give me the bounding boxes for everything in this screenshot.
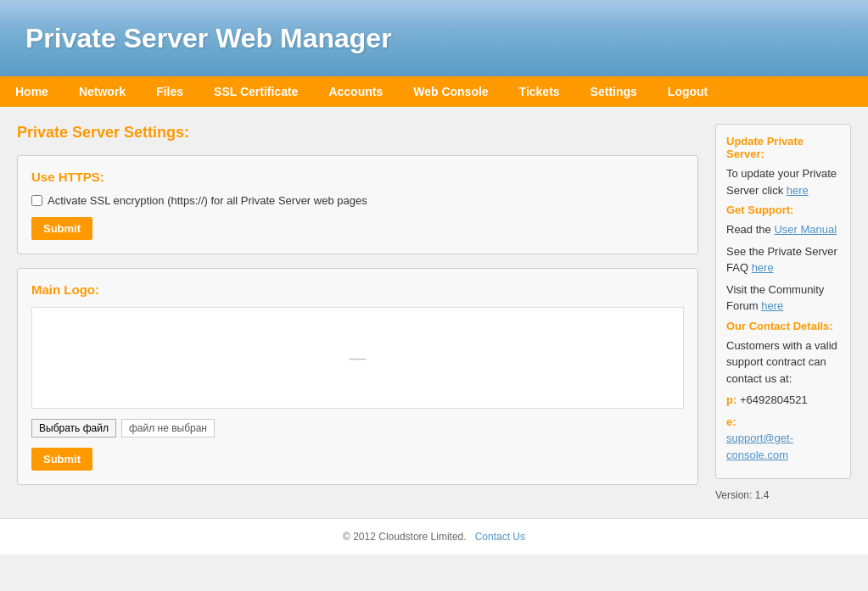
logo-preview: —: [31, 307, 684, 409]
https-section-title: Use HTTPS:: [31, 170, 684, 184]
sidebar-manual-text: Read the User Manual: [726, 221, 840, 238]
sidebar-forum-text: Visit the Community Forum here: [726, 282, 840, 315]
app-title: Private Server Web Manager: [25, 23, 392, 54]
nav-home[interactable]: Home: [0, 76, 64, 107]
footer-contact-link[interactable]: Contact Us: [475, 531, 525, 543]
logo-section: Main Logo: — Выбрать файл файл не выбран…: [17, 268, 698, 485]
nav-network[interactable]: Network: [64, 76, 141, 107]
sidebar-faq-text: See the Private Server FAQ here: [726, 243, 840, 276]
sidebar-phone: p: +6492804521: [726, 392, 840, 409]
file-input-row: Выбрать файл файл не выбран: [31, 419, 684, 438]
nav-logout[interactable]: Logout: [652, 76, 723, 107]
email-label: e:: [726, 415, 736, 428]
page-title: Private Server Settings:: [17, 124, 698, 142]
nav-web-console[interactable]: Web Console: [398, 76, 503, 107]
content-area: Private Server Settings: Use HTTPS: Acti…: [17, 124, 698, 501]
ssl-checkbox-text: Activate SSL encryption (https://) for a…: [48, 194, 367, 207]
phone-value: +6492804521: [740, 393, 808, 406]
sidebar-user-manual-link[interactable]: User Manual: [774, 223, 837, 236]
file-choose-button[interactable]: Выбрать файл: [31, 419, 116, 438]
ssl-checkbox[interactable]: [31, 195, 42, 206]
nav-accounts[interactable]: Accounts: [313, 76, 398, 107]
file-no-selection-label: файл не выбран: [121, 419, 215, 438]
sidebar-email: e: support@get-console.com: [726, 414, 840, 464]
https-submit-button[interactable]: Submit: [31, 217, 92, 240]
logo-submit-button[interactable]: Submit: [31, 448, 92, 471]
ssl-checkbox-label[interactable]: Activate SSL encryption (https://) for a…: [31, 194, 684, 207]
nav-settings[interactable]: Settings: [575, 76, 652, 107]
footer-copyright: © 2012 Cloudstore Limited.: [343, 531, 467, 543]
logo-placeholder-icon: —: [350, 348, 367, 368]
sidebar-contact-title: Our Contact Details:: [726, 320, 840, 332]
sidebar-update-text: To update your Private Server click here: [726, 165, 840, 198]
email-value[interactable]: support@get-console.com: [726, 432, 793, 461]
main-container: Private Server Settings: Use HTTPS: Acti…: [0, 107, 868, 518]
sidebar-update-box: Update Private Server: To update your Pr…: [715, 124, 851, 479]
header: Private Server Web Manager: [0, 0, 868, 76]
nav-files[interactable]: Files: [141, 76, 199, 107]
sidebar-contact-intro: Customers with a valid support contract …: [726, 337, 840, 387]
main-nav: Home Network Files SSL Certificate Accou…: [0, 76, 868, 107]
sidebar-support-title: Get Support:: [726, 204, 840, 216]
footer: © 2012 Cloudstore Limited. Contact Us: [0, 518, 868, 555]
sidebar-update-title: Update Private Server:: [726, 135, 840, 160]
phone-label: p:: [726, 393, 736, 406]
version-text: Version: 1.4: [715, 489, 851, 501]
nav-ssl-certificate[interactable]: SSL Certificate: [199, 76, 313, 107]
logo-section-title: Main Logo:: [31, 282, 684, 297]
sidebar-update-link[interactable]: here: [787, 184, 809, 197]
sidebar-forum-link[interactable]: here: [761, 299, 783, 312]
sidebar-faq-link[interactable]: here: [752, 261, 774, 274]
nav-tickets[interactable]: Tickets: [504, 76, 575, 107]
sidebar: Update Private Server: To update your Pr…: [715, 124, 851, 501]
https-section: Use HTTPS: Activate SSL encryption (http…: [17, 155, 698, 254]
